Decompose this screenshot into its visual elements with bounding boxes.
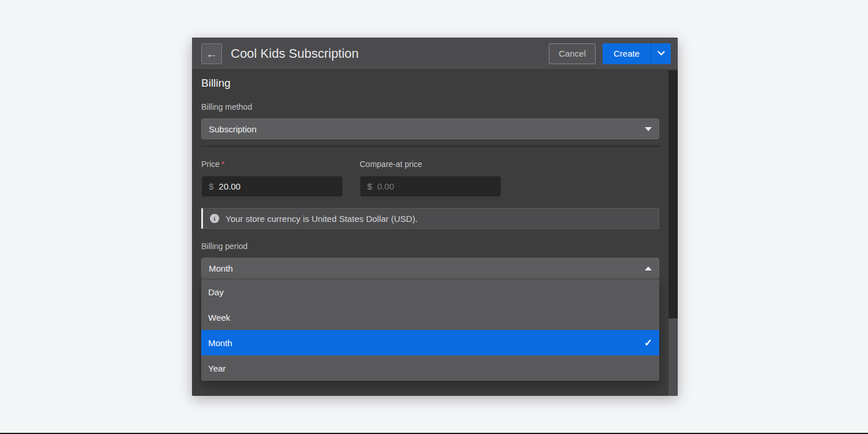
chevron-down-icon (645, 127, 652, 131)
compare-at-price-label: Compare-at price (360, 159, 501, 169)
create-dropdown-button[interactable] (651, 43, 671, 64)
compare-price-field-group: Compare-at price $ (360, 147, 501, 197)
billing-period-dropdown-menu: Day Week Month ✓ Year (201, 279, 659, 381)
subscription-dialog: ← Cool Kids Subscription Cancel Create B… (192, 38, 678, 396)
cancel-button[interactable]: Cancel (549, 43, 596, 64)
required-asterisk: * (221, 159, 224, 169)
currency-symbol: $ (209, 181, 213, 191)
price-row: Price* $ Compare-at price $ (201, 147, 659, 197)
dialog-header: ← Cool Kids Subscription Cancel Create (192, 38, 678, 70)
billing-period-select[interactable]: Month (201, 258, 659, 279)
header-actions: Cancel Create (549, 43, 671, 64)
billing-method-label: Billing method (201, 102, 659, 112)
price-label: Price* (201, 159, 343, 169)
scrollbar-thumb[interactable] (668, 318, 678, 396)
back-button[interactable]: ← (201, 43, 222, 64)
compare-at-price-input[interactable] (377, 181, 494, 191)
currency-symbol: $ (367, 181, 372, 191)
back-arrow-icon: ← (206, 48, 217, 60)
price-input-box: $ (201, 176, 343, 197)
billing-method-select[interactable]: Subscription (201, 118, 659, 139)
chevron-up-icon (645, 266, 652, 270)
billing-method-value: Subscription (209, 124, 257, 134)
dropdown-option-month[interactable]: Month ✓ (201, 330, 659, 355)
billing-period-label: Billing period (201, 242, 659, 251)
chevron-down-icon (658, 51, 665, 56)
price-field-group: Price* $ (201, 147, 343, 197)
scrollbar-track[interactable] (668, 71, 678, 396)
dropdown-option-day[interactable]: Day (201, 279, 659, 305)
dialog-title: Cool Kids Subscription (231, 46, 549, 61)
price-input[interactable] (219, 181, 335, 191)
dialog-body: Billing Billing method Subscription Pric… (192, 77, 678, 381)
compare-price-input-box: $ (360, 176, 501, 197)
billing-period-value: Month (209, 264, 233, 273)
check-icon: ✓ (644, 337, 652, 349)
dropdown-option-year[interactable]: Year (201, 355, 659, 381)
dropdown-option-week[interactable]: Week (201, 305, 659, 330)
currency-note-text: Your store currency is United States Dol… (226, 214, 418, 224)
create-button[interactable]: Create (603, 43, 651, 64)
currency-info-banner: i Your store currency is United States D… (201, 208, 659, 229)
billing-section-title: Billing (201, 77, 659, 90)
create-split-button: Create (603, 43, 671, 64)
info-icon: i (210, 214, 219, 223)
